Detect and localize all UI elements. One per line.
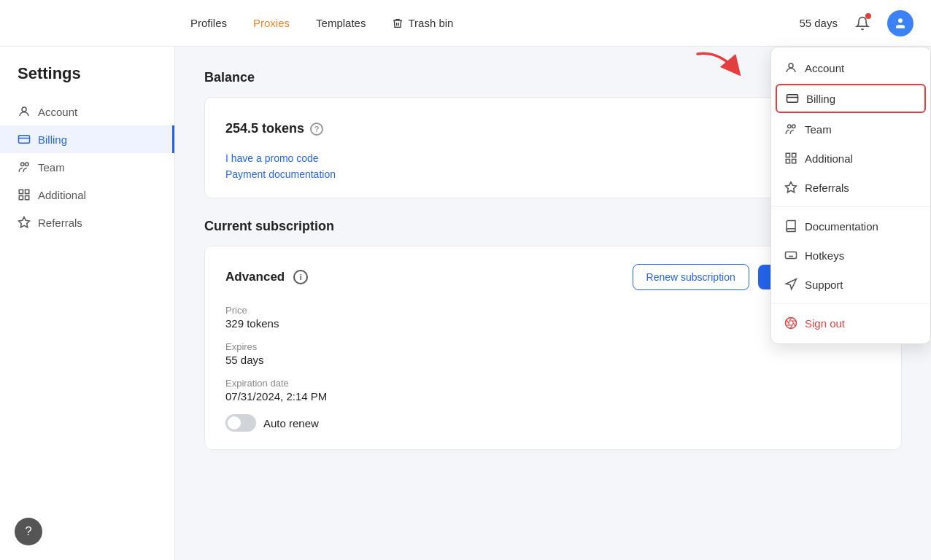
svg-rect-18 <box>786 252 797 259</box>
dropdown-support-label: Support <box>805 279 843 291</box>
svg-rect-13 <box>786 153 789 157</box>
sidebar-item-referrals[interactable]: Referrals <box>0 209 174 236</box>
expires-detail: Expires 55 days <box>225 341 881 366</box>
svg-marker-30 <box>19 217 30 228</box>
svg-point-24 <box>21 163 25 166</box>
help-button-container: ? <box>15 518 42 545</box>
nav-templates[interactable]: Templates <box>316 17 366 29</box>
nav-proxies[interactable]: Proxies <box>253 17 290 29</box>
tokens-info-icon[interactable]: ? <box>310 122 323 136</box>
notifications-button[interactable] <box>849 10 876 36</box>
avatar-button[interactable] <box>887 10 913 36</box>
svg-marker-17 <box>786 182 797 192</box>
expiration-date-value: 07/31/2024, 2:14 PM <box>225 390 881 402</box>
auto-renew-row: Auto renew <box>225 414 881 432</box>
nav-links: Profiles Proxies Templates Trash bin <box>190 17 453 29</box>
renew-subscription-button[interactable]: Renew subscription <box>633 264 749 290</box>
dropdown-menu: Account Billing Team Additional Referral… <box>770 47 931 344</box>
nav-trash[interactable]: Trash bin <box>392 17 453 29</box>
svg-rect-16 <box>786 160 789 163</box>
subscription-info-icon[interactable]: i <box>293 270 308 284</box>
dropdown-support[interactable]: Support <box>771 270 930 299</box>
sidebar-item-additional[interactable]: Additional <box>0 181 174 209</box>
svg-rect-15 <box>792 160 796 163</box>
dropdown-referrals-label: Referrals <box>805 182 849 194</box>
sidebar-account-label: Account <box>38 106 77 118</box>
svg-point-25 <box>26 163 29 166</box>
dropdown-signout[interactable]: Sign out <box>771 308 930 338</box>
dropdown-hotkeys-label: Hotkeys <box>805 249 844 262</box>
svg-point-11 <box>788 125 792 128</box>
dropdown-referrals[interactable]: Referrals <box>771 173 930 202</box>
svg-point-8 <box>789 63 793 68</box>
dropdown-signout-label: Sign out <box>805 317 845 330</box>
settings-title: Settings <box>0 64 174 98</box>
nav-right: 55 days <box>799 10 913 36</box>
dropdown-team-label: Team <box>805 123 832 136</box>
dropdown-divider-2 <box>771 303 930 304</box>
sidebar-additional-label: Additional <box>38 189 86 201</box>
sidebar-item-account[interactable]: Account <box>0 98 174 125</box>
tokens-value: 254.5 tokens <box>225 121 304 136</box>
sidebar-billing-label: Billing <box>38 133 67 146</box>
svg-rect-9 <box>787 95 798 103</box>
dropdown-additional[interactable]: Additional <box>771 144 930 173</box>
help-button[interactable]: ? <box>15 518 42 545</box>
dropdown-team[interactable]: Team <box>771 114 930 144</box>
svg-rect-22 <box>19 136 30 144</box>
notification-dot <box>865 13 871 19</box>
sidebar-referrals-label: Referrals <box>38 217 82 229</box>
svg-point-12 <box>792 125 796 128</box>
sidebar: Settings Account Billing Team Additional… <box>0 47 175 560</box>
topbar: Profiles Proxies Templates Trash bin 55 … <box>0 0 931 47</box>
days-badge: 55 days <box>799 17 838 29</box>
expiration-date-detail: Expiration date 07/31/2024, 2:14 PM <box>225 378 881 402</box>
toggle-knob <box>228 416 241 429</box>
sidebar-team-label: Team <box>38 161 65 174</box>
svg-point-21 <box>22 107 26 112</box>
subscription-name: Advanced <box>225 270 285 284</box>
auto-renew-toggle[interactable] <box>225 414 256 432</box>
svg-rect-29 <box>19 196 23 200</box>
nav-profiles[interactable]: Profiles <box>190 17 227 29</box>
sidebar-item-billing[interactable]: Billing <box>0 125 174 153</box>
dropdown-divider-1 <box>771 206 930 207</box>
svg-rect-26 <box>19 190 23 193</box>
svg-rect-14 <box>792 153 796 157</box>
dropdown-hotkeys[interactable]: Hotkeys <box>771 241 930 270</box>
dropdown-account[interactable]: Account <box>771 53 930 82</box>
dropdown-account-label: Account <box>805 62 844 74</box>
balance-tokens: 254.5 tokens ? <box>225 121 323 136</box>
sidebar-item-team[interactable]: Team <box>0 153 174 181</box>
svg-rect-28 <box>26 196 29 200</box>
dropdown-docs[interactable]: Documentation <box>771 211 930 241</box>
svg-rect-27 <box>26 190 29 193</box>
svg-marker-19 <box>786 279 796 289</box>
dropdown-billing[interactable]: Billing <box>776 84 926 113</box>
expiration-date-label: Expiration date <box>225 378 881 389</box>
expires-value: 55 days <box>225 354 881 366</box>
dropdown-additional-label: Additional <box>805 152 853 165</box>
dropdown-billing-label: Billing <box>806 93 835 105</box>
auto-renew-label: Auto renew <box>263 417 319 429</box>
dropdown-docs-label: Documentation <box>805 220 878 233</box>
svg-point-7 <box>898 18 903 23</box>
